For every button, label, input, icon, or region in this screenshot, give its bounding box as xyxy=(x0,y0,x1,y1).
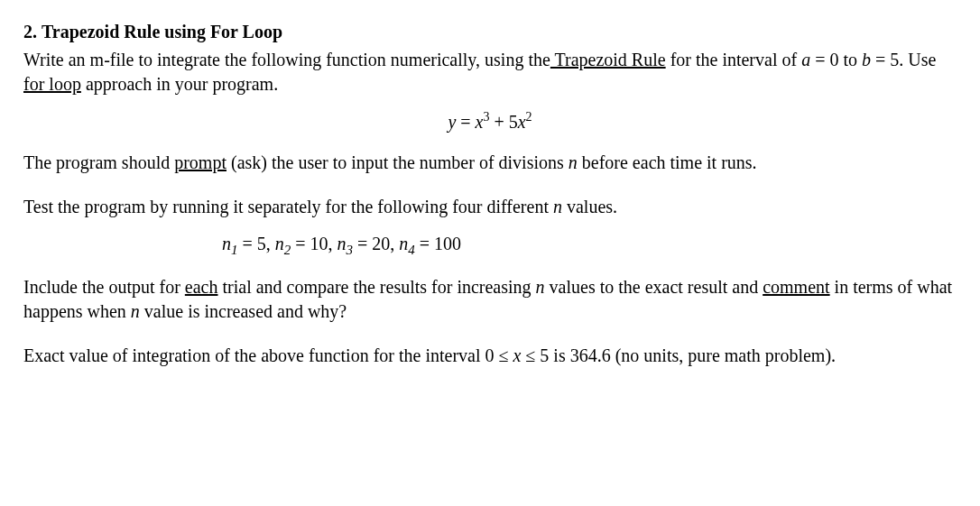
prompt-end: before each time it runs. xyxy=(578,152,757,172)
comment-link: comment xyxy=(763,277,829,297)
include-pre: Include the output for xyxy=(23,277,185,297)
equation-block: y = x3 + 5x2 xyxy=(23,109,957,134)
n2-val: = 10, xyxy=(291,234,337,253)
intro-text-mid: for the interval of xyxy=(666,50,802,69)
intro-paragraph: Write an m-file to integrate the followi… xyxy=(23,48,957,97)
intro-end: approach in your program. xyxy=(81,74,278,94)
n3-lbl: n xyxy=(337,234,347,253)
n4-sub: 4 xyxy=(408,243,415,257)
eq-plus: + 5 xyxy=(489,112,517,132)
n4-val: = 100 xyxy=(415,234,461,253)
problem-heading: 2. Trapezoid Rule using For Loop xyxy=(23,20,957,44)
exact-mid: ≤ 5 is xyxy=(521,345,569,365)
interval-b: b xyxy=(862,50,871,69)
for-loop-link: for loop xyxy=(23,74,81,94)
exact-end: (no units, pure math problem). xyxy=(611,345,836,365)
interval-b-eq: = 5 xyxy=(871,50,899,69)
n1-lbl: n xyxy=(222,234,231,253)
trapezoid-rule-link: Trapezoid Rule xyxy=(550,50,666,69)
interval-a: a xyxy=(801,50,810,69)
n1-sub: 1 xyxy=(231,243,238,257)
prompt-link: prompt xyxy=(174,152,227,172)
problem-title: Trapezoid Rule using For Loop xyxy=(42,22,282,41)
n2-lbl: n xyxy=(275,234,284,253)
eq-equals: = xyxy=(456,112,475,132)
exact-x: x xyxy=(513,345,521,365)
n3-sub: 3 xyxy=(347,243,354,257)
prompt-paragraph: The program should prompt (ask) the user… xyxy=(23,151,957,175)
include-mid2: values to the exact result and xyxy=(545,277,763,297)
include-n1: n xyxy=(536,277,545,297)
intro-text-pre: Write an m-file to integrate the followi… xyxy=(23,50,550,69)
include-paragraph: Include the output for each trial and co… xyxy=(23,275,957,324)
eq-rhs2-exp: 2 xyxy=(526,110,532,124)
test-pre: Test the program by running it separatel… xyxy=(23,197,553,216)
interval-a-eq: = 0 xyxy=(810,50,838,69)
include-mid1: trial and compare the results for increa… xyxy=(217,277,535,297)
n3-val: = 20, xyxy=(353,234,399,253)
test-end: values. xyxy=(562,197,617,216)
exact-val: 364.6 xyxy=(570,345,611,365)
eq-lhs: y xyxy=(448,112,456,132)
include-n2: n xyxy=(131,301,140,321)
exact-paragraph: Exact value of integration of the above … xyxy=(23,344,957,368)
prompt-post: (ask) the user to input the number of di… xyxy=(227,152,569,172)
prompt-pre: The program should xyxy=(23,152,174,172)
each-link: each xyxy=(185,277,218,297)
intro-use: . Use xyxy=(899,50,936,69)
n1-val: = 5, xyxy=(238,234,275,253)
n-values-block: n1 = 5, n2 = 10, n3 = 20, n4 = 100 xyxy=(23,232,957,259)
problem-number: 2. xyxy=(23,22,37,41)
test-paragraph: Test the program by running it separatel… xyxy=(23,195,957,219)
include-end: value is increased and why? xyxy=(140,301,347,321)
eq-rhs2: x xyxy=(518,112,526,132)
interval-to: to xyxy=(838,50,862,69)
test-n: n xyxy=(553,197,562,216)
prompt-n: n xyxy=(569,152,578,172)
exact-pre: Exact value of integration of the above … xyxy=(23,345,513,365)
n4-lbl: n xyxy=(399,234,408,253)
